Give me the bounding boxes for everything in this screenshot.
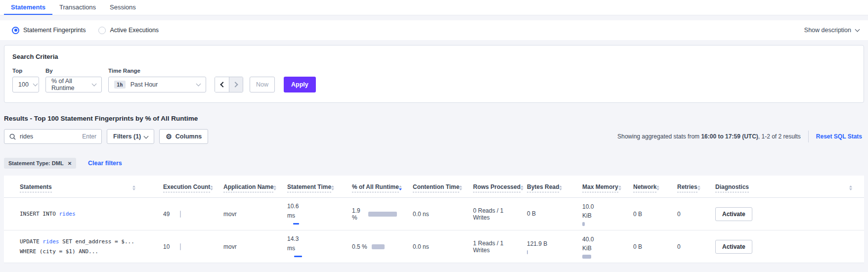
chevron-down-icon: [855, 27, 860, 32]
clear-filters-link[interactable]: Clear filters: [88, 160, 122, 167]
column-header-contention-time[interactable]: Contention Time: [413, 183, 457, 192]
rows-processed-value: 0 Reads / 1 Writes: [473, 207, 503, 221]
apply-button[interactable]: Apply: [284, 77, 316, 92]
activate-diagnostics-button[interactable]: Activate: [715, 240, 752, 254]
tab-sessions[interactable]: Sessions: [103, 0, 143, 15]
chevron-down-icon: [144, 134, 149, 138]
statement-time-value: 14.3 ms: [287, 234, 306, 253]
bytes-read-value: 0 B: [527, 209, 549, 219]
bytes-read-bar: [527, 250, 528, 254]
column-header-network[interactable]: Network: [633, 183, 661, 192]
contention-time-value: 0.0 ns: [413, 211, 429, 218]
sort-icon[interactable]: [849, 185, 852, 191]
max-memory-value: 40.0 KiB: [582, 235, 601, 253]
sql-table-name[interactable]: rides: [43, 238, 59, 245]
rows-processed-value: 1 Reads / 1 Writes: [473, 240, 503, 254]
column-header-statement-time[interactable]: Statement Time: [287, 183, 336, 192]
statement-fingerprint-link[interactable]: INSERT INTO rides: [20, 209, 147, 219]
network-value: 0 B: [633, 211, 642, 218]
column-header-execution-count[interactable]: Execution Count: [163, 183, 208, 192]
close-icon[interactable]: ✕: [68, 161, 72, 166]
sort-icon[interactable]: [132, 185, 135, 191]
column-header-rows-processed[interactable]: Rows Processed: [473, 183, 511, 192]
column-header-application-name[interactable]: Application Name: [223, 183, 271, 192]
top-select[interactable]: 100: [12, 77, 39, 92]
activate-diagnostics-button[interactable]: Activate: [715, 207, 752, 221]
sort-icon-active[interactable]: [399, 185, 402, 191]
sort-icon[interactable]: [521, 185, 523, 191]
runtime-pct-bar: [368, 212, 397, 217]
showing-stats-suffix: , 1-2 of 2 results: [758, 133, 801, 140]
by-select[interactable]: % of All Runtime: [45, 77, 102, 92]
radio-active-executions[interactable]: Active Executions: [98, 27, 159, 34]
previous-time-range-button[interactable]: [215, 77, 229, 92]
tab-statements[interactable]: Statements: [4, 0, 52, 15]
radio-statement-fingerprints[interactable]: Statement Fingerprints: [12, 27, 86, 34]
filters-button-label: Filters (1): [113, 133, 141, 140]
search-criteria-card: Search Criteria Top 100 By % of All Runt…: [4, 45, 864, 103]
sort-icon[interactable]: [210, 185, 213, 191]
bytes-read-value: 121.9 B: [527, 239, 549, 249]
by-select-value: % of All Runtime: [51, 78, 87, 91]
statement-fingerprint-link[interactable]: UPDATE rides SET end_address = $... WHER…: [20, 237, 147, 257]
showing-stats-range: 16:00 to 17:59 (UTC): [701, 133, 758, 140]
chevron-left-icon: [220, 82, 225, 87]
show-description-toggle[interactable]: Show description: [804, 27, 859, 34]
sort-icon[interactable]: [559, 185, 562, 191]
columns-button-label: Columns: [175, 133, 202, 140]
results-controls-row: Enter Filters (1) ⚙ Columns Showing aggr…: [4, 129, 864, 144]
vertical-divider: [808, 131, 809, 142]
sort-icon[interactable]: [331, 185, 334, 191]
filter-pill-label: Statement Type: DML: [8, 160, 64, 166]
filters-button[interactable]: Filters (1): [107, 129, 154, 144]
time-range-badge: 1h: [114, 81, 126, 89]
top-tab-bar: Statements Transactions Sessions: [0, 0, 868, 15]
sort-icon[interactable]: [459, 185, 462, 191]
search-box[interactable]: Enter: [4, 129, 102, 144]
network-value: 0 B: [633, 243, 642, 250]
results-heading: Results - Top 100 Statement Fingerprints…: [4, 115, 864, 122]
chevron-down-icon: [33, 81, 38, 86]
column-header-pct-of-all-runtime[interactable]: % of All Runtime: [352, 183, 397, 192]
runtime-pct-value: 1.9 %: [352, 207, 364, 221]
chevron-right-icon: [232, 82, 238, 87]
show-description-label: Show description: [804, 27, 851, 34]
time-range-select[interactable]: 1h Past Hour: [108, 77, 206, 92]
retries-value: 0: [677, 211, 681, 218]
radio-unselected-icon: [98, 27, 106, 34]
columns-button[interactable]: ⚙ Columns: [159, 129, 208, 144]
statement-time-bar-marker: [294, 256, 302, 257]
tab-transactions[interactable]: Transactions: [52, 0, 103, 15]
search-input[interactable]: [20, 133, 78, 140]
execution-count-minibar: [180, 211, 181, 218]
next-time-range-button[interactable]: [229, 77, 243, 92]
sort-icon[interactable]: [273, 185, 276, 191]
contention-time-value: 0.0 ns: [413, 243, 429, 250]
search-enter-hint: Enter: [82, 133, 96, 140]
time-range-nav: [215, 77, 243, 92]
statement-time-bar-marker: [293, 223, 299, 225]
column-header-bytes-read[interactable]: Bytes Read: [527, 183, 566, 192]
search-icon: [9, 134, 16, 140]
sql-table-name[interactable]: rides: [59, 211, 75, 217]
retries-value: 0: [677, 243, 681, 250]
execution-count-value: 49: [163, 211, 180, 218]
sort-icon[interactable]: [656, 185, 659, 191]
filter-pill-statement-type[interactable]: Statement Type: DML ✕: [4, 158, 76, 169]
by-label: By: [45, 68, 102, 74]
radio-label: Statement Fingerprints: [23, 27, 86, 34]
column-header-diagnostics[interactable]: Diagnostics: [715, 183, 864, 192]
column-header-max-memory[interactable]: Max Memory: [582, 183, 617, 192]
radio-label: Active Executions: [110, 27, 159, 34]
sort-icon[interactable]: [618, 185, 621, 191]
sort-icon[interactable]: [697, 185, 700, 191]
execution-count-minibar: [180, 243, 181, 250]
now-button[interactable]: Now: [250, 77, 275, 92]
table-row: UPDATE rides SET end_address = $... WHER…: [4, 230, 864, 263]
column-header-retries[interactable]: Retries: [677, 183, 699, 192]
column-header-statements[interactable]: Statements: [20, 183, 147, 192]
filter-pill-row: Statement Type: DML ✕ Clear filters: [4, 158, 864, 169]
reset-sql-stats-link[interactable]: Reset SQL Stats: [816, 133, 864, 140]
max-memory-bar: [582, 255, 591, 259]
statement-time-value: 10.6 ms: [287, 202, 306, 220]
